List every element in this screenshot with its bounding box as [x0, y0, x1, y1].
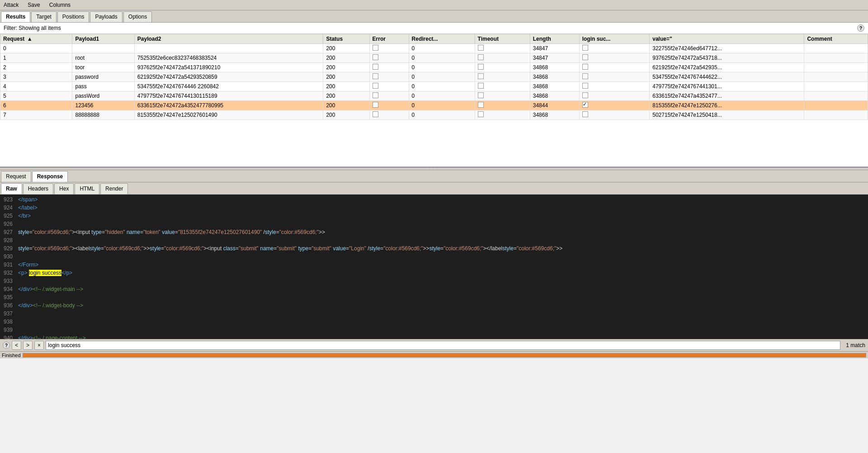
table-row[interactable]: 5passWord479775f2e7424767441301151892000…	[0, 91, 868, 101]
search-next-button[interactable]: >	[23, 341, 33, 350]
top-tab-bar: Results Target Positions Payloads Option…	[0, 10, 868, 23]
filter-help-button[interactable]: ?	[857, 24, 864, 32]
table-row[interactable]: 1root752535f2e6cec8323746838352420003484…	[0, 53, 868, 63]
checkbox[interactable]	[582, 45, 588, 51]
status-bar: Finished	[0, 351, 868, 358]
checkbox[interactable]	[373, 73, 378, 79]
line-number: 929	[2, 245, 18, 253]
code-line: 925 </br>	[0, 213, 868, 221]
line-content: </label>	[18, 205, 866, 213]
line-content: </div><!-- /.page-content -->	[18, 335, 866, 339]
code-line: 926	[0, 221, 868, 229]
menu-bar: Attack Save Columns	[0, 0, 868, 10]
checkbox[interactable]	[373, 83, 378, 89]
table-row[interactable]: 788888888815355f2e74247e1250276014902000…	[0, 110, 868, 120]
tab-positions[interactable]: Positions	[57, 11, 90, 22]
col-value[interactable]: value="	[650, 34, 804, 44]
checkbox[interactable]	[478, 92, 484, 98]
line-number: 938	[2, 319, 18, 327]
line-number: 932	[2, 270, 18, 278]
search-input[interactable]	[46, 341, 840, 350]
code-line: 937	[0, 310, 868, 319]
line-number: 931	[2, 262, 18, 270]
checkbox[interactable]	[478, 45, 484, 51]
search-prev-button[interactable]: <	[12, 341, 21, 350]
checkbox[interactable]	[582, 54, 588, 60]
progress-bar	[23, 353, 866, 358]
col-comment[interactable]: Comment	[804, 34, 868, 44]
checkbox[interactable]	[582, 64, 588, 70]
line-content	[18, 253, 866, 262]
checkbox[interactable]	[582, 73, 588, 79]
tab-payloads[interactable]: Payloads	[90, 11, 122, 22]
table-row[interactable]: 2toor937625f2e742472a5413718902102000348…	[0, 63, 868, 72]
checkbox[interactable]	[582, 83, 588, 89]
checkbox[interactable]	[478, 111, 484, 117]
search-clear-button[interactable]: ×	[34, 341, 44, 350]
line-content: </Form>	[18, 262, 866, 270]
filter-text: Filter: Showing all items	[4, 25, 61, 31]
tab-hex[interactable]: Hex	[54, 183, 74, 194]
line-number: 937	[2, 310, 18, 319]
checkbox[interactable]	[373, 102, 378, 108]
line-number: 926	[2, 221, 18, 229]
checkbox[interactable]	[478, 102, 484, 108]
search-help-button[interactable]: ?	[3, 342, 10, 349]
tab-target[interactable]: Target	[31, 11, 56, 22]
menu-save[interactable]: Save	[26, 1, 42, 9]
tab-results[interactable]: Results	[1, 11, 30, 22]
checkbox[interactable]	[582, 102, 588, 108]
checkbox[interactable]	[478, 83, 484, 89]
line-content: </span>	[18, 196, 866, 205]
checkbox[interactable]	[373, 92, 378, 98]
table-row[interactable]: 0200034847322755f2e74246ed647712...	[0, 44, 868, 53]
table-row[interactable]: 3password621925f2e742472a542935208592000…	[0, 72, 868, 82]
checkbox[interactable]	[478, 54, 484, 60]
col-redirect[interactable]: Redirect...	[409, 34, 475, 44]
code-line: 930	[0, 253, 868, 262]
tab-request[interactable]: Request	[1, 171, 31, 182]
checkbox[interactable]	[373, 54, 378, 60]
checkbox[interactable]	[373, 111, 378, 117]
col-login-suc[interactable]: login suc...	[579, 34, 650, 44]
checkbox[interactable]	[478, 64, 484, 70]
progress-fill	[23, 353, 866, 357]
checkbox[interactable]	[373, 45, 378, 51]
tab-render[interactable]: Render	[100, 183, 128, 194]
tab-response[interactable]: Response	[32, 171, 68, 182]
col-timeout[interactable]: Timeout	[475, 34, 530, 44]
code-line: 923 </span>	[0, 196, 868, 205]
checkbox[interactable]	[582, 111, 588, 117]
checkbox[interactable]	[582, 92, 588, 98]
col-status[interactable]: Status	[323, 34, 369, 44]
match-count: 1 match	[846, 342, 865, 348]
line-content	[18, 221, 866, 229]
line-number: 933	[2, 278, 18, 286]
line-number: 934	[2, 286, 18, 294]
results-table: Request ▲ Payload1 Payload2 Status Error…	[0, 34, 868, 120]
col-request[interactable]: Request ▲	[0, 34, 72, 44]
line-content	[18, 310, 866, 319]
table-row[interactable]: 4pass534755f2e74247674446 22608422000348…	[0, 82, 868, 91]
line-content	[18, 237, 866, 245]
checkbox[interactable]	[478, 73, 484, 79]
tab-html[interactable]: HTML	[75, 183, 99, 194]
line-content	[18, 319, 866, 327]
line-number: 925	[2, 213, 18, 221]
status-label: Finished	[2, 353, 21, 358]
col-payload2[interactable]: Payload2	[134, 34, 323, 44]
col-error[interactable]: Error	[369, 34, 409, 44]
line-content: style="color:#569cd6;"><input type="hidd…	[18, 229, 866, 237]
tab-options[interactable]: Options	[123, 11, 152, 22]
tab-raw[interactable]: Raw	[1, 183, 22, 194]
col-payload1[interactable]: Payload1	[72, 34, 134, 44]
code-line: 940 </div><!-- /.page-content -->	[0, 335, 868, 339]
menu-attack[interactable]: Attack	[2, 1, 20, 9]
table-row[interactable]: 6123456633615f2e742472a43524777809952000…	[0, 101, 868, 110]
checkbox[interactable]	[373, 64, 378, 70]
menu-columns[interactable]: Columns	[47, 1, 72, 9]
tab-headers[interactable]: Headers	[23, 183, 53, 194]
code-line: 928	[0, 237, 868, 245]
col-length[interactable]: Length	[530, 34, 579, 44]
code-line: 931 </Form>	[0, 262, 868, 270]
